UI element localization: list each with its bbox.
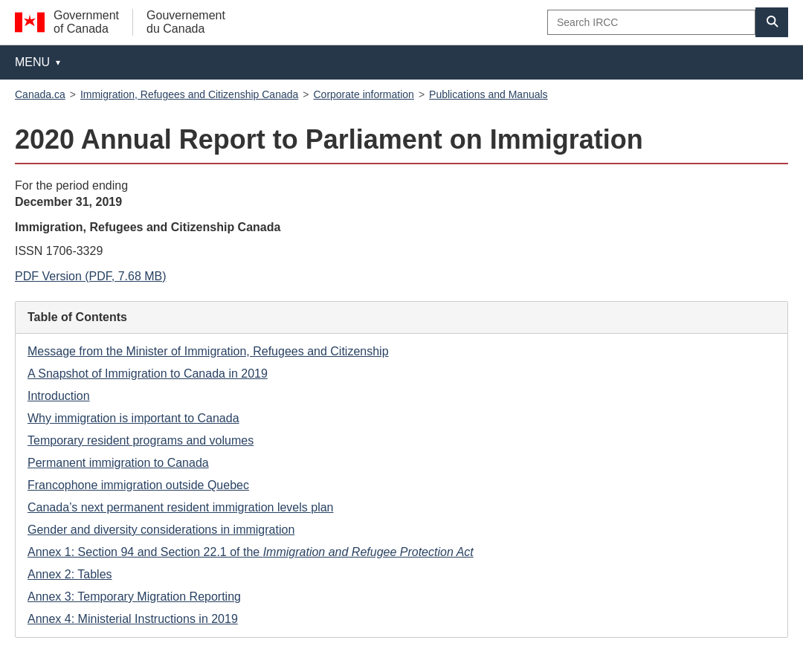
toc-annex1-italic: Immigration and Refugee Protection Act xyxy=(263,546,474,558)
toc-header: Table of Contents xyxy=(16,302,787,334)
list-item: Why immigration is important to Canada xyxy=(28,410,775,427)
toc-link-levels-plan[interactable]: Canada’s next permanent resident immigra… xyxy=(28,501,333,514)
list-item: Introduction xyxy=(28,387,775,405)
toc-link-permanent[interactable]: Permanent immigration to Canada xyxy=(28,456,209,469)
toc-link-temporary-resident[interactable]: Temporary resident programs and volumes xyxy=(28,434,254,447)
toc-link-introduction[interactable]: Introduction xyxy=(28,390,90,402)
logo-divider xyxy=(132,9,133,36)
list-item: Temporary resident programs and volumes xyxy=(28,432,775,450)
breadcrumb-link-ircc[interactable]: Immigration, Refugees and Citizenship Ca… xyxy=(80,88,298,100)
list-item: Annex 3: Temporary Migration Reporting xyxy=(28,588,775,606)
list-item: Canada’s next permanent resident immigra… xyxy=(28,499,775,517)
list-item: Gender and diversity considerations in i… xyxy=(28,521,775,539)
table-of-contents: Table of Contents Message from the Minis… xyxy=(15,301,788,638)
chevron-down-icon: ▾ xyxy=(56,57,60,68)
toc-link-snapshot[interactable]: A Snapshot of Immigration to Canada in 2… xyxy=(28,367,268,380)
breadcrumb-separator-2: > xyxy=(303,88,309,100)
svg-line-5 xyxy=(774,23,777,26)
gov-name-en: Government of Canada xyxy=(54,9,119,36)
breadcrumb-separator-1: > xyxy=(70,88,76,100)
issn-text: ISSN 1706-3329 xyxy=(15,245,788,258)
svg-rect-1 xyxy=(15,13,22,33)
list-item: A Snapshot of Immigration to Canada in 2… xyxy=(28,365,775,383)
period-label: For the period ending xyxy=(15,179,788,193)
toc-link-francophone[interactable]: Francophone immigration outside Quebec xyxy=(28,479,249,491)
toc-link-annex1[interactable]: Annex 1: Section 94 and Section 22.1 of … xyxy=(28,546,474,558)
logo-area: Government of Canada Gouvernement du Can… xyxy=(15,7,225,37)
search-button[interactable] xyxy=(755,7,788,37)
list-item: Message from the Minister of Immigration… xyxy=(28,343,775,361)
breadcrumb-link-publications[interactable]: Publications and Manuals xyxy=(429,88,548,100)
search-area xyxy=(547,7,788,37)
page-title: 2020 Annual Report to Parliament on Immi… xyxy=(15,124,788,164)
site-header: Government of Canada Gouvernement du Can… xyxy=(0,0,803,45)
toc-link-why-immigration[interactable]: Why immigration is important to Canada xyxy=(28,412,239,424)
breadcrumb-link-corporate[interactable]: Corporate information xyxy=(313,88,413,100)
menu-label: MENU xyxy=(15,56,50,69)
period-date: December 31, 2019 xyxy=(15,196,788,209)
list-item: Annex 2: Tables xyxy=(28,566,775,584)
breadcrumb: Canada.ca > Immigration, Refugees and Ci… xyxy=(0,80,803,109)
list-item: Francophone immigration outside Quebec xyxy=(28,476,775,494)
toc-link-annex3[interactable]: Annex 3: Temporary Migration Reporting xyxy=(28,590,241,603)
toc-list: Message from the Minister of Immigration… xyxy=(16,334,787,637)
toc-link-minister[interactable]: Message from the Minister of Immigration… xyxy=(28,345,389,358)
toc-annex1-text: Annex 1: Section 94 and Section 22.1 of … xyxy=(28,546,263,558)
breadcrumb-separator-3: > xyxy=(419,88,425,100)
canada-flag-icon xyxy=(15,7,45,37)
nav-menu: MENU ▾ xyxy=(0,45,803,80)
list-item: Annex 4: Ministerial Instructions in 201… xyxy=(28,610,775,628)
list-item: Permanent immigration to Canada xyxy=(28,454,775,472)
toc-link-gender[interactable]: Gender and diversity considerations in i… xyxy=(28,523,294,536)
toc-link-annex4[interactable]: Annex 4: Ministerial Instructions in 201… xyxy=(28,613,238,625)
organization-name: Immigration, Refugees and Citizenship Ca… xyxy=(15,221,788,234)
svg-rect-2 xyxy=(37,13,45,33)
main-content: 2020 Annual Report to Parliament on Immi… xyxy=(0,109,803,668)
menu-button[interactable]: MENU ▾ xyxy=(0,45,75,80)
search-input[interactable] xyxy=(547,10,755,35)
breadcrumb-link-canada[interactable]: Canada.ca xyxy=(15,88,65,100)
toc-link-annex2[interactable]: Annex 2: Tables xyxy=(28,568,112,581)
search-icon xyxy=(765,14,778,28)
gov-name-fr: Gouvernement du Canada xyxy=(146,9,225,36)
pdf-link[interactable]: PDF Version (PDF, 7.68 MB) xyxy=(15,270,167,283)
list-item: Annex 1: Section 94 and Section 22.1 of … xyxy=(28,543,775,561)
